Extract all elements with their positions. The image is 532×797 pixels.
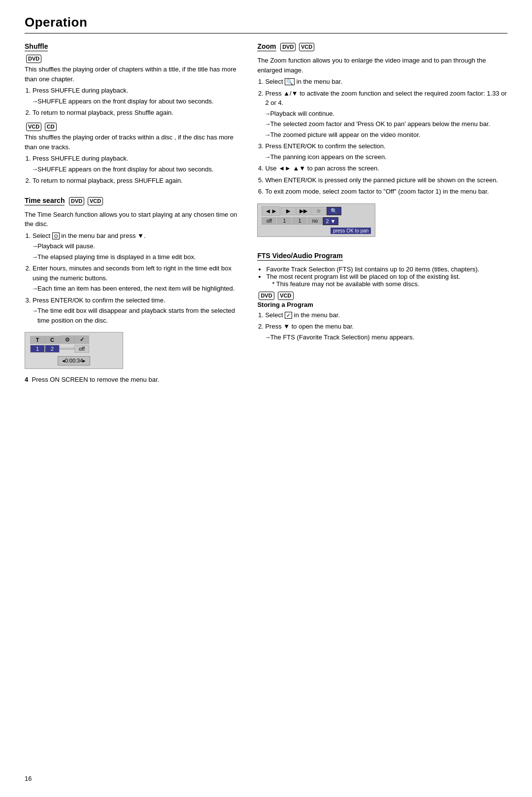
page-number: 16 [25,775,32,782]
fts-badges-row: DVD VCD [257,292,507,300]
time-search-step-3: Press ENTER/OK to confirm the selected t… [33,296,237,326]
time-bar-col-clock: ⊙ [60,335,74,344]
zoom-bar-icon-row: ◄► ▶ ▶▶ ☆ 🔍 [262,206,371,216]
zoom-press-ok-text: press OK to pan [331,228,371,234]
time-search-step-2: Enter hours, minutes and seconds from le… [33,264,237,294]
zoom-step-2-note1: Playback will continue. [264,109,507,119]
zoom-step-2: Press ▲/▼ to activate the zoom function … [265,89,507,140]
time-bar-val-clock [60,348,74,350]
zoom-step-1: Select 🔍 in the menu bar. [265,77,507,87]
time-bar-value-row: 1 2 off [30,345,118,353]
fts-bullet-1: Favorite Track Selection (FTS) list cont… [266,266,507,273]
left-column: Shuffle DVD This shuffles the playing or… [25,42,237,394]
zoom-vcd-badge: VCD [299,43,314,51]
fts-dvd-badge: DVD [259,292,274,300]
shuffle-vcd-desc: This shuffles the playing order of track… [25,133,237,152]
time-search-section: Time search DVD VCD The Time Search func… [25,197,237,384]
zoom-label-off: off [262,217,276,225]
zoom-step-5: When ENTER/OK is pressed only the panned… [265,175,507,185]
shuffle-vcd-steps: Press SHUFFLE during playback. SHUFFLE a… [25,154,237,186]
fts-storing-step-2-note: The FTS (Favorite Track Selection) menu … [264,332,507,342]
time-search-heading-row: Time search DVD VCD [25,197,237,207]
fts-heading: FTS Video/Audio Program [257,252,342,261]
shuffle-dvd-step-1-note: SHUFFLE appears on the front display for… [32,97,237,106]
zoom-bar-label-row: off 1 1 no 2 ▼ [262,217,371,225]
time-search-step-3-note: The time edit box will disappear and pla… [32,306,237,325]
shuffle-dvd-step-1: Press SHUFFLE during playback. SHUFFLE a… [33,86,237,106]
fts-section: FTS Video/Audio Program Favorite Track S… [257,252,507,342]
zoom-step-2-note3: The zoomed picture will appear on the vi… [264,130,507,140]
time-search-steps: Select ⊙ in the menu bar and press ▼. Pl… [25,231,237,326]
fts-bullet-2: The most recent program list will be pla… [266,273,507,288]
shuffle-dvd-steps: Press SHUFFLE during playback. SHUFFLE a… [25,86,237,118]
shuffle-cd-badge: CD [45,123,57,131]
zoom-dvd-badge: DVD [280,43,296,51]
fts-storing-heading: Storing a Program [257,301,507,308]
zoom-label-1b: 1 [292,217,307,225]
zoom-section: Zoom DVD VCD The Zoom function allows yo… [257,42,507,241]
shuffle-dvd-badge-row: DVD [25,55,237,63]
shuffle-vcd-step-1-note: SHUFFLE appears on the front display for… [32,165,237,174]
time-search-desc: The Time Search function allows you to s… [25,210,237,229]
time-bar-val-c: 2 [45,345,60,353]
zoom-desc: The Zoom function allows you to enlarge … [257,56,507,75]
page-title: Operation [25,15,507,30]
time-edit-value: ◂0:00:34▸ [58,356,91,365]
zoom-label-no: no [307,217,322,225]
shuffle-vcd-step-2: To return to normal playback, press SHUF… [33,176,237,186]
fts-storing-step-1: Select ✓ in the menu bar. [265,310,507,320]
shuffle-section: Shuffle DVD This shuffles the playing or… [25,42,237,186]
main-content: Shuffle DVD This shuffles the playing or… [25,42,507,394]
time-search-step-1-note2: The elapsed playing time is displayed in… [32,252,237,262]
zoom-step-4: Use ◄► ▲▼ to pan across the screen. [265,164,507,173]
shuffle-vcd-badge-row: VCD CD [25,123,237,131]
time-search-dvd-badge: DVD [69,197,84,205]
zoom-menu-bar: ◄► ▶ ▶▶ ☆ 🔍 off 1 1 no 2 ▼ press OK to p… [257,203,375,237]
shuffle-dvd-badge: DVD [26,55,41,63]
zoom-label-1a: 1 [277,217,292,225]
zoom-heading-row: Zoom DVD VCD [257,42,507,53]
shuffle-vcd-badge: VCD [26,123,41,131]
time-bar-col-check: ✓ [74,335,89,344]
time-search-heading: Time search [25,197,65,205]
time-search-step-2-note: Each time an item has been entered, the … [32,284,237,294]
zoom-icon-star: ☆ [311,207,326,215]
time-search-menu-bar: T C ⊙ ✓ 1 2 off ◂0:00:34▸ [25,332,123,369]
time-search-step4: 4 Press ON SCREEN to remove the menu bar… [25,376,237,383]
time-search-step-1-note1: Playback will pause. [32,241,237,251]
time-bar-header-row: T C ⊙ ✓ [30,335,118,344]
fts-heading-row: FTS Video/Audio Program [257,252,507,263]
time-bar-col-c: C [45,336,60,344]
shuffle-heading: Shuffle [25,42,48,51]
zoom-step-6: To exit zoom mode, select zoom factor to… [265,187,507,197]
zoom-icon-pan: ◄► [262,206,280,216]
time-bar-val-t: 1 [30,345,45,353]
time-search-vcd-badge: VCD [88,197,103,205]
zoom-step-2-note2: The selected zoom factor and 'Press OK t… [264,119,507,129]
zoom-step-3-note: The panning icon appears on the screen. [264,152,507,162]
time-bar-val-check: off [74,345,89,353]
fts-vcd-badge: VCD [278,292,293,300]
shuffle-dvd-step-2: To return to normal playback, press Shuf… [33,108,237,118]
shuffle-dvd-desc: This shuffles the playing order of chapt… [25,65,237,84]
zoom-steps: Select 🔍 in the menu bar. Press ▲/▼ to a… [257,77,507,197]
zoom-label-2: 2 ▼ [323,217,338,225]
shuffle-vcd-step-1: Press SHUFFLE during playback. SHUFFLE a… [33,154,237,174]
shuffle-heading-row: Shuffle [25,42,237,53]
zoom-step-3: Press ENTER/OK to confirm the selection.… [265,141,507,162]
zoom-icon-play: ▶ [281,207,296,215]
time-bar-col-t: T [30,336,45,344]
zoom-icon-ff: ▶▶ [296,207,311,215]
fts-storing-steps: Select ✓ in the menu bar. Press ▼ to ope… [257,310,507,342]
zoom-heading: Zoom [257,42,276,51]
zoom-icon-zoom: 🔍 [327,207,341,215]
time-edit-box: ◂0:00:34▸ [30,355,118,365]
fts-storing-step-2: Press ▼ to open the menu bar. The FTS (F… [265,322,507,342]
right-column: Zoom DVD VCD The Zoom function allows yo… [257,42,507,394]
fts-star-note: * This feature may not be available with… [266,280,507,288]
fts-bullet-list: Favorite Track Selection (FTS) list cont… [257,266,507,288]
zoom-press-ok-row: press OK to pan [262,227,371,234]
title-divider [25,33,507,33]
time-search-step-1: Select ⊙ in the menu bar and press ▼. Pl… [33,231,237,262]
